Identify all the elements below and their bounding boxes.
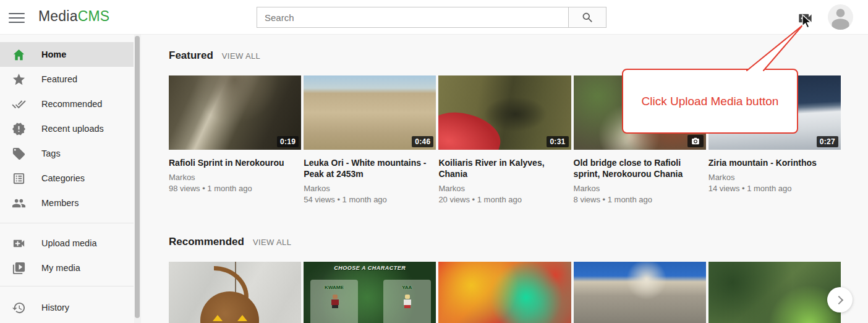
sidebar-item-home[interactable]: Home xyxy=(0,42,134,67)
video-thumbnail[interactable]: 0:46 xyxy=(304,75,436,150)
video-meta: 8 views • 1 month ago xyxy=(574,195,706,205)
view-all-link[interactable]: VIEW ALL xyxy=(253,238,291,247)
view-all-link[interactable]: VIEW ALL xyxy=(222,51,260,61)
sidebar-item-recent-uploads[interactable]: Recent uploads xyxy=(0,116,134,141)
video-title[interactable]: Old bridge close to Rafioli sprint, Nero… xyxy=(574,157,706,179)
callout-text: Click Upload Media button xyxy=(642,95,779,108)
duration-badge: 0:31 xyxy=(547,136,568,147)
video-thumbnail[interactable]: 0:19 xyxy=(169,75,301,150)
decor xyxy=(331,295,339,308)
home-icon xyxy=(11,47,26,62)
sidebar-item-featured[interactable]: Featured xyxy=(0,67,134,92)
search-icon xyxy=(581,11,594,24)
video-meta: 20 views • 1 month ago xyxy=(438,195,571,205)
search-bar xyxy=(257,7,606,28)
video-thumbnail[interactable]: 0:31 xyxy=(438,75,571,150)
sidebar-item-label: History xyxy=(41,303,69,312)
section-title: Featured xyxy=(169,50,213,62)
history-icon xyxy=(11,300,26,315)
sidebar-item-label: Categories xyxy=(41,173,85,183)
section-title: Recommended xyxy=(169,236,244,248)
sidebar-item-label: Upload media xyxy=(41,238,96,248)
people-icon xyxy=(11,196,26,210)
video-card[interactable] xyxy=(438,262,571,323)
video-card[interactable]: CHOOSE A CHARACTER KWAME YAA Selected Se… xyxy=(304,262,436,323)
thumbnail-text: CHOOSE A CHARACTER xyxy=(304,265,436,271)
tag-icon xyxy=(11,146,26,161)
duration-badge: 0:19 xyxy=(277,136,299,147)
video-thumbnail[interactable] xyxy=(708,262,841,323)
sidebar-item-label: Tags xyxy=(41,149,61,158)
sidebar-item-upload-media[interactable]: Upload media xyxy=(0,231,134,256)
user-avatar[interactable] xyxy=(828,4,853,30)
video-title[interactable]: Leuka Ori - White mountains - Peak at 24… xyxy=(304,157,436,179)
person-icon xyxy=(828,4,853,30)
video-title[interactable]: Koiliaris River in Kalyves, Chania xyxy=(438,157,571,179)
camera-icon xyxy=(687,135,704,147)
thumbnail-text: YAA xyxy=(383,285,431,290)
recommended-card-row: CHOOSE A CHARACTER KWAME YAA Selected Se… xyxy=(169,262,841,323)
sidebar-item-label: My media xyxy=(41,263,80,273)
video-author[interactable]: Markos xyxy=(574,184,706,194)
video-author[interactable]: Markos xyxy=(438,184,571,194)
upload-media-button[interactable] xyxy=(797,10,814,27)
sidebar-item-label: Recent uploads xyxy=(41,124,104,134)
decor xyxy=(200,291,258,323)
video-meta: 14 views • 1 month ago xyxy=(708,184,841,194)
sidebar-item-tags[interactable]: Tags xyxy=(0,141,134,166)
video-card[interactable]: 0:19 Rafioli Sprint in Nerokourou Markos… xyxy=(169,75,301,205)
double-check-icon xyxy=(11,97,26,111)
video-thumbnail[interactable] xyxy=(169,262,301,323)
sidebar-item-history[interactable]: History xyxy=(0,295,134,320)
app-logo[interactable]: MediaCMS xyxy=(38,8,109,25)
decor xyxy=(404,295,411,308)
sidebar-item-label: Recommended xyxy=(41,99,102,109)
carousel-next-button[interactable] xyxy=(827,287,853,312)
tutorial-callout: Click Upload Media button xyxy=(622,69,798,134)
chevron-right-icon xyxy=(835,295,843,304)
video-library-icon xyxy=(11,261,26,275)
video-call-icon xyxy=(11,236,26,251)
sidebar-item-label: Members xyxy=(41,198,79,208)
search-input[interactable] xyxy=(257,7,568,28)
video-author[interactable]: Markos xyxy=(708,173,841,183)
hamburger-menu-icon[interactable] xyxy=(9,10,25,25)
list-icon xyxy=(11,171,26,186)
video-meta: 98 views • 1 month ago xyxy=(169,184,301,194)
decor xyxy=(237,315,247,321)
sidebar-scrollbar-thumb[interactable] xyxy=(135,36,140,318)
star-icon xyxy=(11,72,26,87)
video-author[interactable]: Markos xyxy=(169,173,301,183)
sidebar-item-label: Home xyxy=(41,50,66,59)
new-releases-icon xyxy=(11,121,26,136)
sidebar-scrollbar[interactable] xyxy=(134,35,141,323)
video-card[interactable] xyxy=(708,262,841,323)
sidebar-item-my-media[interactable]: My media xyxy=(0,256,134,280)
video-thumbnail[interactable] xyxy=(438,262,571,323)
top-bar: MediaCMS xyxy=(0,0,868,35)
video-title[interactable]: Rafioli Sprint in Nerokourou xyxy=(169,157,301,168)
video-meta: 54 views • 1 month ago xyxy=(304,195,436,205)
duration-badge: 0:46 xyxy=(412,136,433,147)
sidebar-item-recommended[interactable]: Recommended xyxy=(0,92,134,116)
video-card[interactable] xyxy=(169,262,301,323)
video-card[interactable]: 0:31 Koiliaris River in Kalyves, Chania … xyxy=(438,75,571,205)
sidebar-divider xyxy=(0,286,134,286)
sidebar-item-members[interactable]: Members xyxy=(0,191,134,215)
sidebar: Home Featured Recommended Recent uploads… xyxy=(0,35,134,323)
logo-media-text: Media xyxy=(38,8,78,24)
decor xyxy=(213,315,223,321)
video-thumbnail[interactable]: CHOOSE A CHARACTER KWAME YAA Selected Se… xyxy=(304,262,436,323)
upload-media-icon xyxy=(797,10,814,27)
search-button[interactable] xyxy=(568,7,606,28)
video-title[interactable]: Ziria mountain - Korinthos xyxy=(708,157,841,168)
sidebar-item-categories[interactable]: Categories xyxy=(0,166,134,191)
video-author[interactable]: Markos xyxy=(304,184,436,194)
sidebar-item-label: Featured xyxy=(41,74,77,84)
video-thumbnail[interactable] xyxy=(574,262,706,323)
video-card[interactable] xyxy=(574,262,706,323)
recommended-section: Recommended VIEW ALL CHOOSE A CHARACTER xyxy=(169,236,841,323)
sidebar-divider xyxy=(0,223,134,223)
video-card[interactable]: 0:46 Leuka Ori - White mountains - Peak … xyxy=(304,75,436,205)
logo-cms-text: CMS xyxy=(78,8,110,24)
